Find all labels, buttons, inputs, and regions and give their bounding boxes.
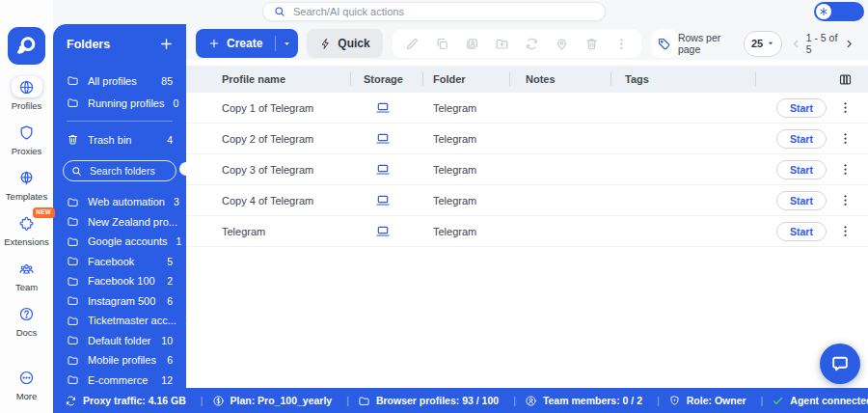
system-folder-item[interactable]: Running profiles 0 [53,92,186,114]
page-next-icon[interactable] [844,38,854,50]
nav-rail: Profiles Proxies Templates [0,0,53,413]
start-button[interactable]: Start [776,191,827,210]
chat-bubble-icon [830,354,850,373]
table-row[interactable]: Telegram Telegram Start [186,216,868,247]
4con-action-button[interactable] [517,29,547,58]
profile-tags [610,154,755,184]
chat-launcher-button[interactable] [820,344,860,384]
row-menu-icon[interactable] [838,100,853,115]
sidebar-item-5con[interactable]: Docs [12,303,42,338]
folder-icon [67,315,79,327]
profile-notes [509,185,610,215]
create-button[interactable]: Create [196,29,298,58]
trash-icon [67,133,79,146]
table-row[interactable]: Copy 2 of Telegram Telegram Start [186,124,868,154]
toggle-knob [816,4,831,19]
folder-item[interactable]: E-commerce 12 [53,371,186,391]
search-icon [274,6,285,17]
sidebar-item-3con[interactable]: NEW Extensions [4,212,48,247]
start-button[interactable]: Start [776,222,827,241]
start-button[interactable]: Start [776,98,827,118]
7con-action-button[interactable] [607,29,637,58]
caret-down-icon [283,40,291,48]
table-row[interactable]: Copy 3 of Telegram Telegram Start [186,154,868,185]
0con-action-button[interactable] [397,29,427,58]
sidebar-item-0con[interactable]: Profiles [12,76,42,111]
2con-icon [18,170,35,186]
folder-icon [67,354,79,367]
status-text: Proxy traffic: 4.16 GB [83,395,186,406]
3con-action-button[interactable] [487,29,517,58]
sidebar-item-1con[interactable]: Proxies [12,122,42,156]
folder-item[interactable]: Instagram 500 6 [53,291,186,312]
quick-label: Quick [338,37,369,50]
start-button[interactable]: Start [776,129,827,149]
folder-item[interactable]: Google accounts 1 [53,232,186,252]
sidebar-item-4con[interactable]: Team [12,258,42,292]
sidebar-item-label: Extensions [4,236,48,247]
sidebar-item-2con[interactable]: Templates [6,167,47,202]
table-header: Profile name Storage Folder Notes Tags [186,66,868,93]
folder-label: Default folder [88,335,150,346]
sidebar-item-more[interactable]: More [0,367,53,401]
folder-count: 6 [167,295,173,307]
row-menu-icon[interactable] [838,224,853,238]
profile-tags [610,93,755,123]
table-row[interactable]: Copy 1 of Telegram Telegram Start [186,93,868,124]
check-icon [772,395,784,407]
columns-settings-icon[interactable] [838,72,853,87]
folder-icon [67,196,79,208]
folder-item[interactable]: Facebook 5 [53,252,186,272]
2con-action-button[interactable] [457,29,487,58]
folder-item[interactable]: Default folder 10 [53,331,186,351]
laptop-icon [375,193,391,208]
profile-folder: Telegram [422,154,509,184]
6con-action-button[interactable] [577,29,607,58]
tags-filter-button[interactable] [651,29,678,58]
system-folder-item[interactable]: All profiles 85 [53,69,186,92]
trash-bin-item[interactable]: Trash bin 4 [53,128,186,151]
2con-icon [358,395,370,407]
folder-search [63,160,176,181]
folder-item[interactable]: Mobile profiles 6 [53,350,186,371]
table-row[interactable]: Copy 4 of Telegram Telegram Start [186,185,868,216]
profile-name: Telegram [186,216,350,246]
status-text: Agent connected [790,395,868,406]
caret-down-icon [767,40,774,47]
app-logo[interactable] [8,27,45,65]
status-text: Browser profiles: 93 / 100 [376,395,499,406]
folder-label: All profiles [88,75,137,87]
row-menu-icon[interactable] [838,131,853,146]
folder-label: E-commerce [88,374,148,386]
row-menu-icon[interactable] [838,162,853,177]
folder-icon [67,235,79,248]
row-menu-icon[interactable] [838,193,853,207]
status-bar: Proxy traffic: 4.16 GB Plan: Pro_100_yea… [53,388,868,413]
ai-toggle[interactable] [814,2,864,21]
rows-per-page-select[interactable]: 25 [744,31,782,57]
folder-item[interactable]: New Zealand pro... 7 [53,212,186,233]
start-button[interactable]: Start [776,160,827,179]
folder-label: Ticketmaster acc... [88,315,176,326]
global-search [262,2,606,21]
folder-item[interactable]: Web automation 3 [53,192,186,212]
folder-icon [67,275,79,288]
quick-button[interactable]: Quick [307,29,382,58]
main-content: Profile name Storage Folder Notes Tags C… [186,60,868,388]
folder-item[interactable]: Ticketmaster acc... 1 [53,311,186,331]
folders-title: Folders [67,38,110,51]
snowflake-icon [819,7,828,16]
search-input[interactable] [262,2,606,21]
5con-action-button[interactable] [547,29,577,58]
column-storage: Storage [350,66,422,93]
1con-action-button[interactable] [427,29,457,58]
page-prev-icon[interactable] [791,38,801,50]
2con-icon [465,37,479,51]
folder-search-input[interactable] [88,164,168,178]
folder-count: 4 [167,134,173,146]
status-item: Agent connected [772,395,868,407]
create-dropdown-button[interactable] [276,40,298,48]
add-folder-icon[interactable] [159,37,174,51]
sidebar-item-label: Docs [16,327,38,338]
folder-item[interactable]: Facebook 100 2 [53,271,186,291]
